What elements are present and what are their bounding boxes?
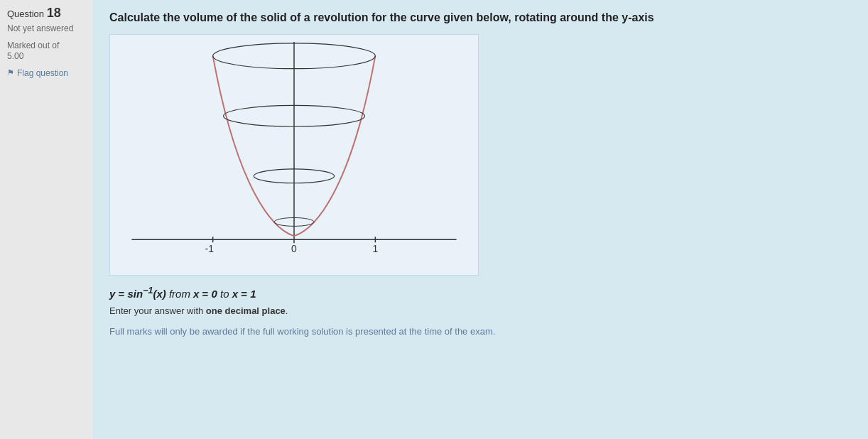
question-label: Question 18 <box>7 6 85 21</box>
svg-text:-1: -1 <box>205 243 215 254</box>
sidebar: Question 18 Not yet answered Marked out … <box>0 0 92 439</box>
flag-question-button[interactable]: ⚑ Flag question <box>7 68 85 78</box>
marked-out-section: Marked out of 5.00 <box>7 40 85 63</box>
graph-container: -1 0 1 <box>109 34 479 276</box>
not-answered-status: Not yet answered <box>7 23 85 35</box>
question-number: 18 <box>47 6 61 20</box>
marked-out-label: Marked out of <box>7 40 59 50</box>
question-title: Calculate the volume of the solid of a r… <box>109 11 851 24</box>
revolution-graph: -1 0 1 <box>110 35 478 275</box>
note-text: Full marks will only be awarded if the f… <box>109 326 851 337</box>
flag-label: Flag question <box>17 68 68 78</box>
svg-text:1: 1 <box>372 243 378 254</box>
instruction-text: Enter your answer with one decimal place… <box>109 305 851 316</box>
main-content: Calculate the volume of the solid of a r… <box>92 0 868 439</box>
question-label-text: Question <box>7 9 44 19</box>
svg-text:0: 0 <box>291 243 297 254</box>
formula-display: y = sin−1(x) from x = 0 to x = 1 <box>109 286 851 300</box>
flag-icon: ⚑ <box>7 68 14 77</box>
marked-out-value: 5.00 <box>7 51 23 61</box>
